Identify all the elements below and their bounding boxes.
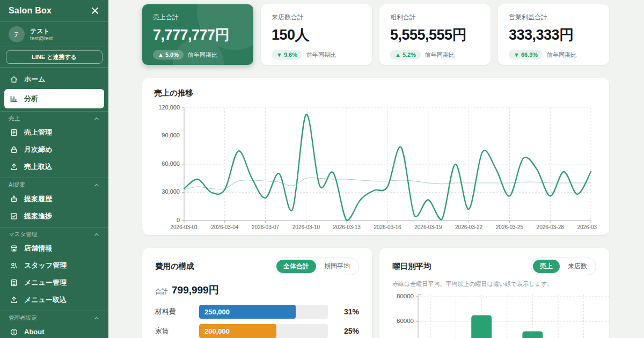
section-master[interactable]: マスタ管理 [0,227,108,239]
section-sales[interactable]: 売上 [0,112,108,123]
user-profile: テ テスト test@test [0,22,108,47]
weekday-average-chart: 8000060000 [392,290,596,338]
delta-badge: ▼ 66.3% [509,50,543,60]
x-tick-label: 2026-03-07 [252,224,280,230]
total-value: 799,999円 [172,283,219,297]
stat-label: 来店数合計 [272,13,361,22]
stat-label: 粗利合計 [390,13,480,22]
avatar-initial: テ [13,30,20,39]
cost-bars: 材料費 250,000 31% 家賃 200,000 25% 水道光熱費 150… [155,305,359,338]
stat-label: 営業利益合計 [509,13,598,22]
sidebar-item-about[interactable]: About [4,324,104,338]
stat-card-visits-total: 来店数合計 150人 ▼ 9.6% 前年同期比 [261,4,372,65]
delta-badge: ▲ 5.0% [153,50,184,60]
weekday-bar [522,331,543,338]
sidebar-item-sales-import[interactable]: 売上取込 [4,158,104,175]
x-tick-label: 2026-03-28 [537,224,565,230]
y-tick-label: 0 [177,217,180,223]
info-icon [10,328,18,336]
sidebar-item-menu-manage[interactable]: メニュー管理 [4,274,104,291]
stat-label: 売上合計 [153,13,243,22]
sidebar-item-staff-manage[interactable]: スタッフ管理 [4,257,104,274]
sidebar-item-label: メニュー管理 [24,278,67,288]
sidebar-item-monthly-close[interactable]: 月次締め [4,141,104,158]
cost-row: 家賃 200,000 25% [155,324,359,338]
sidebar-item-home[interactable]: ホーム [4,70,104,89]
stat-value: 150人 [272,25,361,45]
total-label: 合計 [155,287,168,296]
document-icon [10,278,18,287]
line-connect-button[interactable]: LINE と連携する [6,50,103,64]
cost-toggle: 全体合計 期間平均 [274,258,359,275]
sidebar-item-sales-manage[interactable]: 売上管理 [4,124,104,141]
sidebar-item-proposal-history[interactable]: 提案履歴 [4,190,104,207]
sales-trend-title: 売上の推移 [154,88,597,98]
section-label: AI提案 [9,181,25,189]
sidebar-item-label: ホーム [24,75,46,84]
stat-card-operating-profit: 営業利益合計 333,333円 ▼ 66.3% 前年同期比 [498,4,609,65]
x-tick-label: 2026-03-13 [333,224,361,230]
toggle-sales-button[interactable]: 売上 [533,260,560,273]
cost-bar-fill: 200,000 [199,324,276,338]
user-email: test@test [30,35,53,41]
compare-label: 前年同期比 [306,51,336,59]
check-square-icon [10,212,18,221]
store-icon [10,244,18,253]
section-label: 売上 [9,115,20,122]
chevron-up-icon [93,182,100,188]
sidebar-item-menu-import[interactable]: メニュー取込 [4,291,104,308]
weekday-toggle: 売上 来店数 [531,258,596,275]
cost-breakdown-card: 費用の構成 全体合計 期間平均 合計 799,999円 材料費 250,000 … [142,248,372,338]
sales-trend-card: 売上の推移 030,00060,00090,000120,0002026-03-… [142,78,609,235]
receipt-icon [10,128,18,137]
cost-bar-fill: 250,000 [199,305,296,319]
stat-card-sales-total: 売上合計 7,777,777円 ▲ 5.0% 前年同期比 [142,4,253,65]
y-tick-label: 120,000 [158,104,180,111]
app-title: Salon Box [9,6,52,16]
stats-grid: 売上合計 7,777,777円 ▲ 5.0% 前年同期比 来店数合計 150人 … [142,4,609,65]
toggle-period-avg-button[interactable]: 期間平均 [317,260,357,273]
robot-icon [10,195,18,203]
sidebar-item-analysis[interactable]: 分析 [4,89,104,108]
weekday-note: 赤線は全曜日平均。平均以上の曜日は濃い緑で表示します。 [392,280,596,288]
compare-label: 前年同期比 [188,51,217,59]
compare-label: 前年同期比 [425,51,455,59]
x-tick-label: 2026-03-04 [211,224,239,230]
close-icon[interactable] [90,6,100,16]
x-tick-label: 2026-03-22 [455,224,483,230]
section-label: マスタ管理 [9,231,37,238]
sidebar-item-store-info[interactable]: 店舗情報 [4,240,104,256]
sidebar-item-label: 売上管理 [24,128,52,137]
toggle-visits-button[interactable]: 来店数 [561,260,594,273]
y-tick-label: 90,000 [162,132,180,138]
user-name: テスト [30,27,53,35]
sidebar-item-label: メニュー取込 [24,295,67,305]
cost-percent: 31% [333,307,359,316]
sidebar-item-label: スタッフ管理 [24,261,67,270]
weekday-average-card: 曜日別平均 売上 来店数 赤線は全曜日平均。平均以上の曜日は濃い緑で表示します。… [379,248,609,338]
cost-category-label: 家賃 [155,326,194,336]
delta-badge: ▲ 5.2% [390,50,421,60]
weekday-average-title: 曜日別平均 [392,261,431,271]
bar-chart-icon [10,94,18,103]
lock-icon [10,145,18,154]
weekday-bar [471,315,492,338]
y-tick-label: 60,000 [162,160,180,167]
section-ai[interactable]: AI提案 [0,178,108,190]
toggle-total-button[interactable]: 全体合計 [276,260,316,273]
cost-row: 材料費 250,000 31% [155,305,359,319]
sidebar-item-label: 提案進捗 [24,211,52,221]
sidebar-item-proposal-progress[interactable]: 提案進捗 [4,208,104,224]
delta-badge: ▼ 9.6% [272,50,302,60]
cost-breakdown-title: 費用の構成 [155,261,194,271]
section-admin[interactable]: 管理者設定 [0,311,108,323]
x-tick-label: 2026-03-16 [374,224,401,230]
sidebar-item-label: 月次締め [24,145,52,155]
home-icon [10,75,18,84]
y-tick-label: 60000 [397,318,414,324]
section-label: 管理者設定 [9,314,37,322]
sidebar-item-label: About [24,328,45,336]
sidebar-header: Salon Box [0,0,108,21]
chevron-up-icon [93,231,100,238]
x-tick-label: 2026-03-19 [414,224,442,230]
